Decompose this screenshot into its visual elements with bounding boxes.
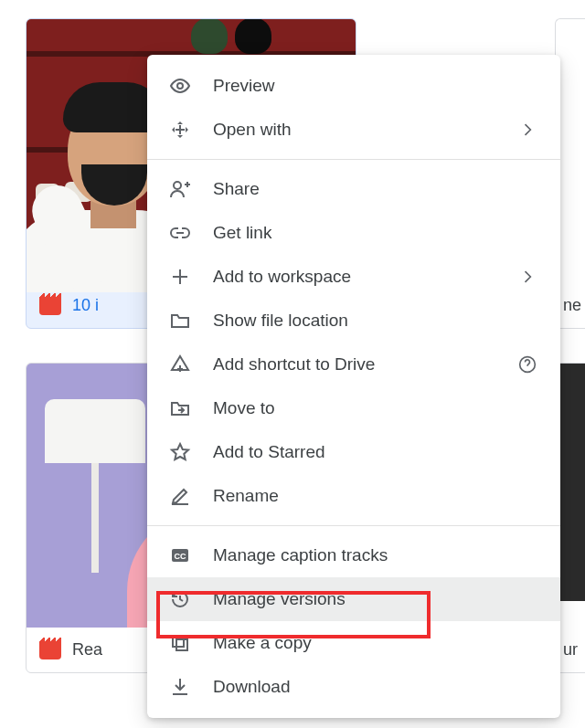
download-icon — [169, 676, 191, 698]
menu-item-add-shortcut[interactable]: Add shortcut to Drive — [147, 343, 560, 386]
chevron-right-icon — [516, 266, 538, 288]
star-icon — [169, 441, 191, 463]
file-title: ne — [563, 296, 581, 315]
svg-point-1 — [174, 182, 181, 189]
svg-point-0 — [177, 83, 183, 89]
menu-label: Add to workspace — [213, 267, 495, 287]
menu-item-share[interactable]: Share — [147, 167, 560, 211]
menu-label: Preview — [213, 76, 538, 96]
pencil-icon — [169, 485, 191, 507]
menu-label: Move to — [213, 398, 538, 418]
menu-label: Get link — [213, 223, 538, 243]
menu-label: Download — [213, 677, 538, 697]
menu-label: Share — [213, 179, 538, 199]
svg-rect-5 — [176, 639, 187, 650]
history-icon — [169, 588, 191, 610]
menu-item-add-workspace[interactable]: Add to workspace — [147, 255, 560, 299]
plus-icon — [169, 266, 191, 288]
menu-label: Show file location — [213, 311, 538, 331]
svg-text:CC: CC — [175, 552, 186, 561]
file-title: Rea — [72, 640, 102, 659]
file-grid: 10 i Rea ne ur Preview — [0, 0, 585, 728]
menu-label: Rename — [213, 486, 538, 506]
arrows-out-icon — [169, 119, 191, 141]
menu-label: Add to Starred — [213, 442, 538, 462]
context-menu: Preview Open with Share Get link — [147, 55, 560, 718]
drive-shortcut-icon — [169, 353, 191, 375]
svg-rect-6 — [173, 636, 184, 647]
menu-item-rename[interactable]: Rename — [147, 474, 560, 518]
menu-item-open-with[interactable]: Open with — [147, 108, 560, 152]
folder-icon — [169, 310, 191, 332]
menu-item-get-link[interactable]: Get link — [147, 211, 560, 255]
menu-item-preview[interactable]: Preview — [147, 64, 560, 108]
menu-item-add-starred[interactable]: Add to Starred — [147, 430, 560, 474]
menu-label: Add shortcut to Drive — [213, 354, 495, 375]
menu-item-show-location[interactable]: Show file location — [147, 299, 560, 343]
menu-label: Make a copy — [213, 633, 538, 653]
menu-item-download[interactable]: Download — [147, 665, 560, 709]
menu-divider — [147, 525, 560, 526]
link-icon — [169, 222, 191, 244]
menu-label: Manage versions — [213, 589, 538, 609]
menu-item-move-to[interactable]: Move to — [147, 386, 560, 430]
file-title: ur — [563, 640, 578, 659]
menu-item-manage-captions[interactable]: CC Manage caption tracks — [147, 533, 560, 577]
chevron-right-icon — [516, 119, 538, 141]
help-icon[interactable] — [516, 353, 538, 375]
menu-item-manage-versions[interactable]: Manage versions — [147, 577, 560, 621]
menu-label: Open with — [213, 120, 495, 140]
copy-icon — [169, 632, 191, 654]
menu-divider — [147, 159, 560, 160]
person-add-icon — [169, 178, 191, 200]
video-file-icon — [39, 641, 61, 659]
menu-item-make-copy[interactable]: Make a copy — [147, 621, 560, 665]
cc-icon: CC — [169, 544, 191, 566]
eye-icon — [169, 75, 191, 97]
file-title: 10 i — [72, 296, 99, 315]
video-file-icon — [39, 297, 61, 315]
menu-label: Manage caption tracks — [213, 545, 538, 565]
folder-move-icon — [169, 397, 191, 419]
